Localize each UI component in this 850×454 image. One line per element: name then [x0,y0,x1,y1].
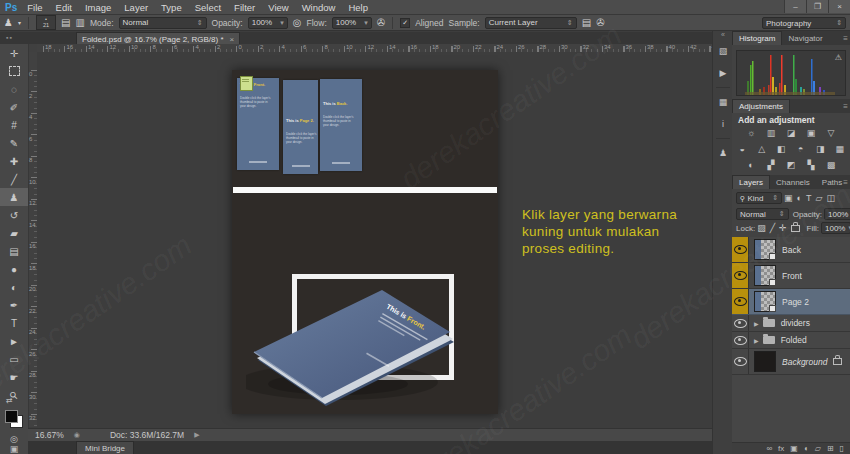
pen-tool[interactable]: ✒ [0,296,28,314]
panel-menu-icon[interactable]: ≡ [843,178,848,187]
menu-help[interactable]: Help [348,2,368,13]
lock-transparency-icon[interactable]: ▨ [757,223,766,233]
document-canvas[interactable]: This is Front.Double click the layer's t… [232,70,498,414]
invert-icon[interactable]: ◐ [745,159,758,171]
menu-filter[interactable]: Filter [234,2,255,13]
aligned-checkbox[interactable]: ✓ [400,18,410,28]
clone-stamp-tool[interactable]: ♟ [0,188,28,206]
airbrush-icon[interactable]: ✇ [377,18,385,28]
toggle-brush-panel-icon[interactable]: ▤ [61,18,70,28]
lasso-tool[interactable]: ◌ [0,80,28,98]
visibility-toggle[interactable] [732,263,749,288]
new-group-icon[interactable]: ▱ [815,445,821,453]
lock-position-icon[interactable]: ✛ [779,223,787,233]
link-layers-icon[interactable]: ∞ [766,445,772,453]
status-options-arrow-icon[interactable]: ▶ [194,431,199,439]
curves-icon[interactable]: ◪ [785,127,798,139]
actions-panel-icon[interactable]: ▶ [713,64,733,82]
mini-bridge-tab[interactable]: Mini Bridge [76,441,134,454]
color-lookup-icon[interactable]: ▦ [834,143,847,155]
healing-brush-tool[interactable]: ✚ [0,152,28,170]
gradient-tool[interactable]: ▤ [0,242,28,260]
type-tool[interactable]: T [0,314,28,332]
mode-select[interactable]: Normal⇕ [119,17,207,29]
move-tool[interactable]: ✛ [0,44,28,62]
layer-row-folded[interactable]: ▶Folded [732,332,850,349]
layer-row-back[interactable]: Back [732,237,850,263]
add-layer-mask-icon[interactable]: ▣ [790,445,798,453]
workspace-select[interactable]: Photography⇕ [762,17,846,29]
layer-thumbnail[interactable] [754,265,776,286]
restore-button[interactable]: ❐ [806,0,828,13]
tab-adjustments[interactable]: Adjustments [732,99,790,113]
lock-all-icon[interactable] [791,225,800,232]
levels-icon[interactable]: ▥ [765,127,778,139]
menu-file[interactable]: File [27,2,42,13]
tab-close-icon[interactable]: × [230,35,235,44]
filter-shape-layers-icon[interactable]: ▱ [815,193,822,203]
selective-color-icon[interactable]: ▚ [805,159,818,171]
foreground-color-swatch[interactable] [5,410,18,423]
posterize-icon[interactable]: ▞ [765,159,778,171]
opacity-select[interactable]: 100%▾ [248,17,288,29]
visibility-toggle[interactable] [732,289,749,314]
sample-select[interactable]: Current Layer⇕ [485,17,577,29]
layer-style-icon[interactable]: fx [778,445,784,453]
eraser-tool[interactable]: ▰ [0,224,28,242]
layer-thumbnail[interactable] [754,239,776,260]
new-layer-icon[interactable]: ⊞ [827,445,834,453]
quick-mask-icon[interactable]: ◎ [0,434,28,444]
tool-preset-arrow-icon[interactable]: ▾ [18,18,21,28]
layer-opacity-select[interactable]: 100%▾ [824,208,850,220]
toggle-clone-source-panel-icon[interactable]: ▥ [75,18,84,28]
menu-image[interactable]: Image [85,2,111,13]
blend-mode-select[interactable]: Normal⇕ [736,208,789,220]
info-panel-icon[interactable]: i [713,115,733,133]
layer-row-front[interactable]: Front [732,263,850,289]
quick-selection-tool[interactable]: ✐ [0,98,28,116]
dodge-tool[interactable]: ◐ [0,278,28,296]
exposure-icon[interactable]: ▣ [805,127,818,139]
menu-window[interactable]: Window [302,2,336,13]
hue-saturation-icon[interactable]: ◒ [736,143,749,155]
menu-type[interactable]: Type [161,2,182,13]
vibrance-icon[interactable]: ▽ [825,127,838,139]
color-balance-icon[interactable]: △ [756,143,769,155]
new-adjustment-layer-icon[interactable]: ◐ [804,445,809,453]
gradient-map-icon[interactable]: ▩ [825,159,838,171]
note-icon[interactable] [240,76,253,91]
blur-tool[interactable]: ● [0,260,28,278]
visibility-toggle[interactable] [732,237,749,262]
pressure-size-icon[interactable]: ✇ [596,18,604,28]
menu-layer[interactable]: Layer [124,2,148,13]
crop-tool[interactable]: # [0,116,28,134]
filter-pixel-layers-icon[interactable]: ▣ [784,193,793,203]
hand-tool[interactable]: ☛ [0,368,28,386]
layer-row-dividers[interactable]: ▶dividers [732,315,850,332]
tab-channels[interactable]: Channels [770,176,816,189]
pressure-opacity-icon[interactable]: ◎ [293,18,302,28]
filter-type-layers-icon[interactable]: T [806,193,812,203]
collapse-panels-icon[interactable]: « [713,31,733,38]
tool-preset-icon[interactable]: ♟ [4,18,13,28]
zoom-tool[interactable]: ⚲ [0,386,28,404]
clone-source-panel-icon[interactable]: ♟ [713,144,733,162]
layer-thumbnail[interactable] [754,351,776,372]
path-selection-tool[interactable]: ► [0,332,28,350]
close-button[interactable]: × [828,0,850,13]
brush-preset-picker[interactable]: •21 [36,15,56,30]
menu-view[interactable]: View [268,2,288,13]
filter-kind-select[interactable]: ⚲ Kind⇕ [736,192,782,204]
brightness-contrast-icon[interactable]: ☼ [745,127,758,139]
tab-navigator[interactable]: Navigator [782,32,828,45]
threshold-icon[interactable]: ◩ [785,159,798,171]
fill-select[interactable]: 100%▾ [821,222,850,234]
photo-filter-icon[interactable]: ◓ [795,143,808,155]
brush-tool[interactable]: ╱ [0,170,28,188]
ignore-adjustment-layers-icon[interactable]: ▤ [582,18,591,28]
menu-edit[interactable]: Edit [56,2,72,13]
disclosure-triangle-icon[interactable]: ▶ [754,320,759,327]
layer-row-background[interactable]: Background [732,349,850,375]
visibility-toggle[interactable] [732,315,749,331]
menu-select[interactable]: Select [195,2,221,13]
